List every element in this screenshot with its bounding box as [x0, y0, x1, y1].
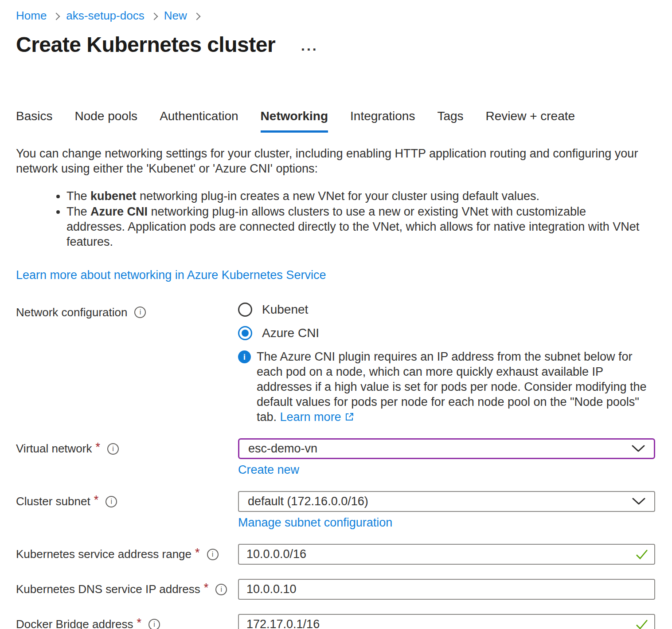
radio-kubenet-label: Kubenet	[262, 303, 308, 317]
info-filled-icon: i	[238, 350, 251, 363]
azure-cni-bullet: The Azure CNI networking plug-in allows …	[66, 204, 645, 249]
virtual-network-dropdown[interactable]: esc-demo-vn	[238, 438, 655, 459]
tab-bar: Basics Node pools Authentication Network…	[16, 109, 655, 133]
network-configuration-label: Network configuration	[16, 306, 127, 319]
azure-cni-info-note: i The Azure CNI plugin requires an IP ad…	[238, 349, 655, 425]
azure-cni-bullet-rest: networking plug-in allows clusters to us…	[66, 205, 639, 248]
required-asterisk: *	[96, 440, 101, 454]
cni-learn-more-link[interactable]: Learn more	[280, 410, 341, 424]
docker-bridge-label-group: Docker Bridge address * i	[16, 614, 238, 629]
chevron-right-icon	[193, 12, 200, 20]
chevron-right-icon	[53, 12, 60, 20]
networking-form: Network configuration i Kubenet Azure CN…	[16, 303, 655, 629]
chevron-down-icon	[632, 498, 645, 505]
info-icon[interactable]: i	[207, 549, 219, 560]
tab-basics[interactable]: Basics	[16, 109, 52, 133]
virtual-network-row: Virtual network * i esc-demo-vn Create n…	[16, 438, 655, 477]
dns-service-ip-row: Kubernetes DNS service IP address * i	[16, 579, 655, 600]
docker-bridge-input[interactable]	[238, 614, 655, 629]
network-configuration-row: Network configuration i Kubenet Azure CN…	[16, 303, 655, 425]
cluster-subnet-control: default (172.16.0.0/16) Manage subnet co…	[238, 491, 655, 530]
network-configuration-options: Kubenet Azure CNI i The Azure CNI plugin…	[238, 303, 655, 425]
service-address-range-row: Kubernetes service address range * i	[16, 544, 655, 565]
azure-cni-note-text: The Azure CNI plugin requires an IP addr…	[257, 349, 655, 425]
page-title: Create Kubernetes cluster	[16, 32, 275, 57]
radio-option-kubenet[interactable]: Kubenet	[238, 303, 655, 317]
info-icon[interactable]: i	[134, 307, 146, 318]
service-address-range-input[interactable]	[238, 544, 655, 565]
radio-azure-cni-label: Azure CNI	[262, 326, 319, 340]
docker-bridge-label: Docker Bridge address	[16, 617, 133, 629]
networking-intro-text: You can change networking settings for y…	[16, 146, 650, 176]
kubenet-bullet-rest: networking plug-in creates a new VNet fo…	[137, 189, 539, 203]
title-row: Create Kubernetes cluster ...	[16, 32, 655, 57]
breadcrumb-new[interactable]: New	[164, 9, 187, 23]
valid-check-icon	[635, 619, 649, 629]
service-address-range-label: Kubernetes service address range	[16, 547, 191, 561]
breadcrumb: Home aks-setup-docs New	[16, 9, 655, 23]
info-icon[interactable]: i	[107, 443, 119, 455]
cluster-subnet-label: Cluster subnet	[16, 495, 90, 508]
radio-option-azure-cni[interactable]: Azure CNI	[238, 326, 655, 340]
more-options-button[interactable]: ...	[301, 37, 318, 53]
manage-subnet-configuration-link[interactable]: Manage subnet configuration	[238, 516, 392, 530]
external-link-icon	[344, 412, 355, 422]
kubenet-bullet-bold: kubenet	[90, 189, 137, 203]
docker-bridge-control	[238, 614, 655, 629]
virtual-network-control: esc-demo-vn Create new	[238, 438, 655, 477]
cluster-subnet-row: Cluster subnet * i default (172.16.0.0/1…	[16, 491, 655, 530]
tab-tags[interactable]: Tags	[437, 109, 463, 133]
chevron-down-icon	[632, 445, 645, 452]
tab-authentication[interactable]: Authentication	[160, 109, 238, 133]
virtual-network-label: Virtual network	[16, 442, 92, 456]
tab-node-pools[interactable]: Node pools	[74, 109, 137, 133]
dns-service-ip-control	[238, 579, 655, 600]
cluster-subnet-dropdown[interactable]: default (172.16.0.0/16)	[238, 491, 655, 512]
azure-cni-bullet-bold: Azure CNI	[90, 205, 148, 218]
chevron-right-icon	[150, 12, 158, 20]
virtual-network-label-group: Virtual network * i	[16, 438, 238, 459]
tab-review-create[interactable]: Review + create	[486, 109, 575, 133]
required-asterisk: *	[94, 493, 99, 507]
azure-cni-bullet-prefix: The	[66, 205, 90, 218]
plugin-bullet-list: The kubenet networking plug-in creates a…	[16, 189, 645, 249]
breadcrumb-aks-setup-docs[interactable]: aks-setup-docs	[66, 9, 144, 23]
radio-selected-icon[interactable]	[238, 326, 252, 340]
dns-service-ip-label: Kubernetes DNS service IP address	[16, 582, 200, 596]
required-asterisk: *	[204, 581, 209, 595]
valid-check-icon	[635, 549, 649, 560]
kubenet-bullet: The kubenet networking plug-in creates a…	[66, 189, 645, 204]
cluster-subnet-value: default (172.16.0.0/16)	[248, 495, 368, 508]
tab-networking[interactable]: Networking	[261, 109, 328, 133]
create-kubernetes-cluster-page: Home aks-setup-docs New Create Kubernete…	[0, 0, 672, 629]
breadcrumb-home[interactable]: Home	[16, 9, 47, 23]
service-address-range-label-group: Kubernetes service address range * i	[16, 544, 238, 565]
cluster-subnet-label-group: Cluster subnet * i	[16, 491, 238, 512]
required-asterisk: *	[137, 616, 141, 629]
virtual-network-value: esc-demo-vn	[248, 442, 317, 456]
service-address-range-control	[238, 544, 655, 565]
docker-bridge-row: Docker Bridge address * i	[16, 614, 655, 629]
dns-service-ip-label-group: Kubernetes DNS service IP address * i	[16, 579, 238, 600]
learn-more-networking-link[interactable]: Learn more about networking in Azure Kub…	[16, 268, 326, 282]
info-icon[interactable]: i	[148, 619, 160, 629]
info-icon[interactable]: i	[105, 496, 117, 507]
info-icon[interactable]: i	[215, 584, 227, 595]
tab-integrations[interactable]: Integrations	[350, 109, 415, 133]
dns-service-ip-input[interactable]	[238, 579, 655, 600]
radio-unselected-icon[interactable]	[238, 303, 252, 317]
create-new-vnet-link[interactable]: Create new	[238, 463, 299, 477]
kubenet-bullet-prefix: The	[66, 189, 90, 203]
network-configuration-label-group: Network configuration i	[16, 303, 238, 322]
required-asterisk: *	[195, 546, 200, 560]
